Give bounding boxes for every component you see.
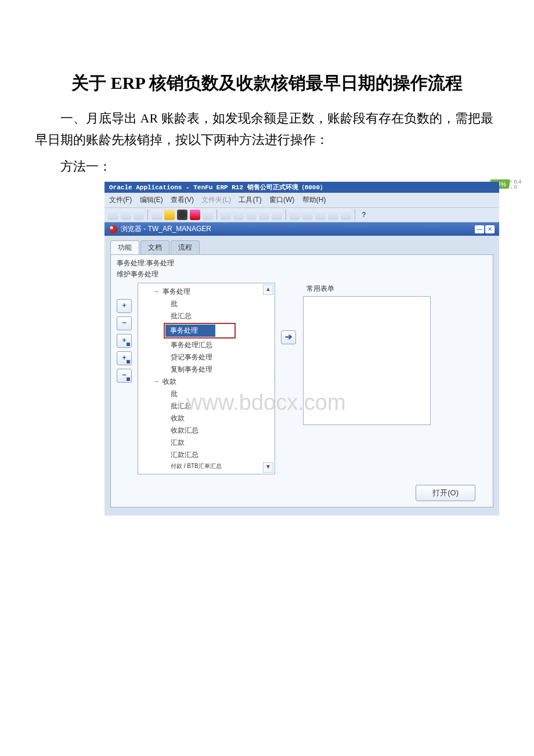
- paragraph-method1: 方法一：: [35, 156, 499, 177]
- copy-icon[interactable]: [233, 210, 244, 220]
- tree-item[interactable]: 贷记事务处理: [138, 351, 275, 363]
- globe-icon: [109, 225, 117, 233]
- folder-tools-icon[interactable]: [341, 210, 351, 220]
- app-titlebar: Oracle Applications - TenFu ERP R12 销售公司…: [104, 182, 499, 193]
- collapse-button[interactable]: −: [117, 316, 132, 330]
- tabs: 功能 文档 流程: [110, 240, 493, 254]
- tab-document[interactable]: 文档: [140, 240, 169, 254]
- tool-icon[interactable]: [203, 210, 213, 220]
- close-form-icon[interactable]: [190, 210, 200, 220]
- tree-item[interactable]: 收款: [138, 412, 275, 424]
- menu-tools[interactable]: 工具(T): [239, 196, 261, 204]
- tab-function[interactable]: 功能: [110, 240, 139, 254]
- save-icon[interactable]: [151, 210, 162, 220]
- paste-icon[interactable]: [246, 210, 257, 220]
- find-icon[interactable]: [121, 210, 131, 220]
- function-tree[interactable]: ▲ −事务处理 批 批汇总 事务处理 事务处理汇总 贷记事务处理 复制事务处理 …: [138, 283, 275, 474]
- toolbar: ?: [104, 208, 499, 222]
- favorites-list[interactable]: [303, 296, 431, 425]
- paragraph-intro: 一、月底导出 AR 账龄表，如发现余额是正数，账龄段有存在负数的，需把最早日期的…: [35, 107, 499, 151]
- collapse-all-button[interactable]: −: [117, 369, 132, 383]
- menubar[interactable]: 文件(F) 编辑(E) 查看(V) 文件夹(L) 工具(T) 窗口(W) 帮助(…: [104, 193, 499, 208]
- new-icon[interactable]: [108, 210, 118, 220]
- tree-item[interactable]: 付款 / BTB汇单汇总: [138, 461, 275, 471]
- expand-all-button[interactable]: +: [117, 334, 132, 348]
- quality-indicator-extra: ↑ 0.4 ↓ 0: [510, 179, 521, 190]
- tree-item[interactable]: 汇款汇总: [138, 449, 275, 461]
- minimize-icon[interactable]: —: [475, 225, 484, 233]
- open-button[interactable]: 打开(O): [416, 485, 475, 501]
- document-title: 关于 ERP 核销负数及收款核销最早日期的操作流程: [35, 70, 499, 96]
- breadcrumb-sub: 维护事务处理: [117, 269, 487, 279]
- favorites-header: 常用表单: [303, 283, 431, 295]
- tree-item[interactable]: 事务处理汇总: [138, 339, 275, 351]
- tree-item[interactable]: 汇款: [138, 437, 275, 449]
- menu-file[interactable]: 文件(F): [109, 196, 132, 204]
- tree-node-transactions[interactable]: −事务处理: [138, 286, 275, 298]
- clear-icon[interactable]: [259, 210, 269, 220]
- menu-window[interactable]: 窗口(W): [269, 196, 294, 204]
- tree-item[interactable]: 批: [138, 298, 275, 310]
- delete-icon[interactable]: [272, 210, 282, 220]
- menu-folder: 文件夹(L): [201, 196, 231, 204]
- translate-icon[interactable]: [315, 210, 326, 220]
- tree-node-receipts[interactable]: −收款: [138, 376, 275, 388]
- selected-highlight: 事务处理: [164, 323, 236, 339]
- edit-icon[interactable]: [290, 210, 300, 220]
- step-icon[interactable]: [164, 210, 175, 220]
- resize-handle[interactable]: [273, 290, 276, 467]
- close-icon[interactable]: ✕: [485, 225, 495, 233]
- menu-view[interactable]: 查看(V): [171, 196, 194, 204]
- expand-branch-button[interactable]: +: [117, 351, 132, 365]
- tree-item[interactable]: 收款汇总: [138, 424, 275, 437]
- zoom-icon[interactable]: [302, 210, 313, 220]
- breadcrumb: 事务处理:事务处理: [117, 258, 487, 268]
- embedded-screenshot: ↑ 0.4 ↓ 0 44% Oracle Applications - TenF…: [104, 182, 499, 516]
- tree-item[interactable]: 批汇总: [138, 400, 275, 412]
- cut-icon[interactable]: [221, 210, 231, 220]
- tree-item[interactable]: 复制事务处理: [138, 363, 275, 376]
- expand-button[interactable]: +: [117, 299, 132, 313]
- scroll-up-icon[interactable]: ▲: [263, 285, 273, 295]
- help-icon[interactable]: ?: [359, 210, 369, 220]
- tree-item-selected[interactable]: 事务处理: [165, 325, 215, 337]
- tree-item[interactable]: 批: [138, 388, 275, 400]
- attach-icon[interactable]: [328, 210, 338, 220]
- move-right-button[interactable]: ➔: [281, 330, 296, 344]
- tab-process[interactable]: 流程: [171, 240, 200, 254]
- browser-title: 浏览器 - TW_AR_MANAGER: [121, 224, 211, 234]
- menu-edit[interactable]: 编辑(E): [140, 196, 163, 204]
- nav-icon[interactable]: [134, 210, 144, 220]
- tree-item[interactable]: 批汇总: [138, 310, 275, 322]
- scroll-down-icon[interactable]: ▼: [263, 462, 273, 473]
- menu-help[interactable]: 帮助(H): [302, 196, 326, 204]
- browser-window-header: 浏览器 - TW_AR_MANAGER — ✕: [104, 222, 499, 236]
- print-icon[interactable]: [177, 210, 187, 220]
